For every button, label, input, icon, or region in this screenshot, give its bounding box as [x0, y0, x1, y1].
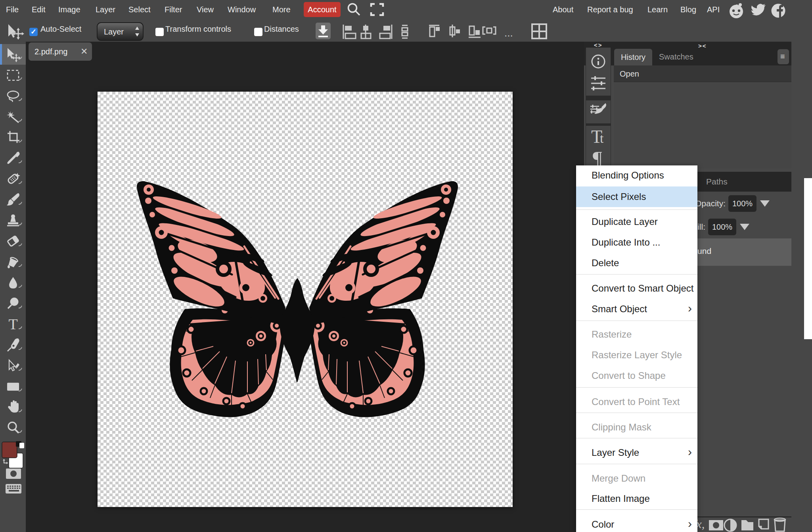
svg-text:...: ...: [504, 27, 513, 39]
svg-text:t: t: [600, 131, 604, 146]
svg-text:T: T: [8, 316, 17, 332]
svg-text:Layer: Layer: [104, 27, 124, 36]
